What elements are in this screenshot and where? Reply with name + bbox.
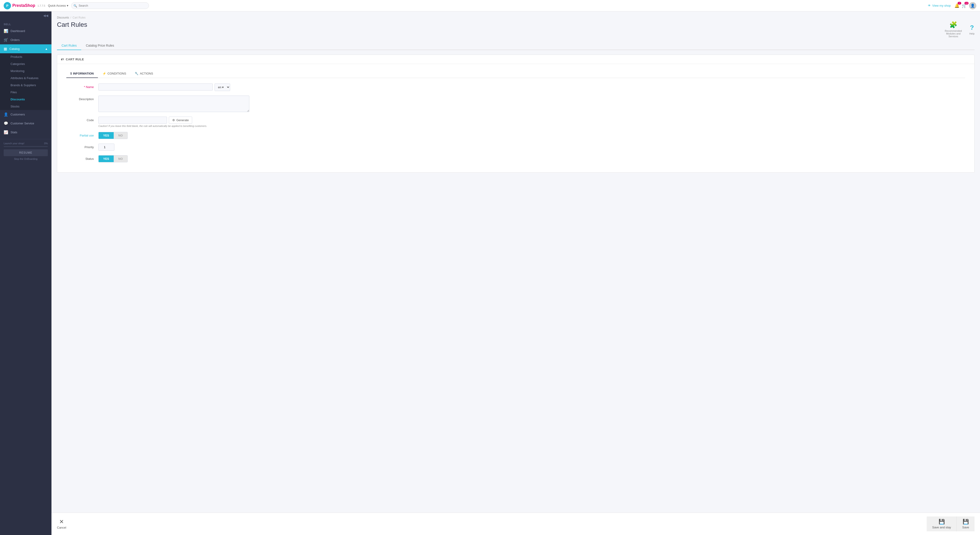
sidebar-item-catalog[interactable]: ▦ Catalog ▲ [0,44,51,53]
sidebar-item-orders[interactable]: 🛒 Orders [0,35,51,44]
dashboard-icon: 📊 [4,29,8,33]
actions-icon: 🔧 [135,72,138,75]
main-content: Discounts / Cart Rules Cart Rules 🧩 Reco… [51,11,980,535]
conditions-tab-label: CONDITIONS [108,72,126,75]
orders-icon: 🛒 [4,38,8,42]
sidebar-item-dashboard[interactable]: 📊 Dashboard [0,27,51,35]
eye-icon: 👁 [928,4,931,7]
sidebar-sub-item-discounts[interactable]: Discounts [0,96,51,103]
tab-catalog-price-rules[interactable]: Catalog Price Rules [81,41,119,50]
launch-shop-label: Launch your shop! [4,142,24,145]
save-stay-label: Save and stay [932,525,951,529]
cart-badge: 13 [964,2,969,5]
tag-icon: 🏷 [61,58,64,61]
search-container: 🔍 [71,2,149,9]
partial-use-toggle: YES NO [99,132,128,139]
sidebar-item-label: Orders [11,38,20,41]
inner-tab-information[interactable]: ℹ INFORMATION [66,70,98,78]
quick-access-button[interactable]: Quick Access ▾ [48,4,68,7]
card-header: 🏷 CART RULE [57,55,974,64]
notifications-button[interactable]: 🔔 7 [955,3,959,8]
sidebar-item-label: Customer Service [11,122,34,125]
page-header: Cart Rules 🧩 Recommended Modules and Ser… [57,21,975,38]
inner-tab-actions[interactable]: 🔧 ACTIONS [130,70,157,78]
stats-icon: 📈 [4,130,8,135]
partial-use-control-wrap: YES NO [99,132,965,139]
priority-input[interactable] [99,144,115,151]
save-icon: 💾 [963,519,969,525]
form-row-partial-use: Partial use YES NO [66,132,965,139]
breadcrumb-separator: / [70,16,71,19]
save-button[interactable]: 💾 Save [957,516,975,531]
help-button[interactable]: ? Help [969,24,975,35]
sidebar-sub-item-attributes[interactable]: Attributes & Features [0,75,51,82]
page-header-actions: 🧩 Recommended Modules and Services ? Hel… [942,21,975,38]
partial-use-yes-button[interactable]: YES [99,132,114,139]
sidebar-sub-item-monitoring[interactable]: Monitoring [0,67,51,75]
status-yes-button[interactable]: YES [99,156,114,162]
catalog-label: Catalog [10,47,20,51]
progress-percent: 0% [44,142,48,145]
cancel-button[interactable]: ✕ Cancel [57,519,66,529]
notification-badge: 7 [958,2,961,5]
name-lang-select[interactable]: en ▾ [215,83,230,91]
status-label: Status [66,155,99,160]
partial-use-no-button[interactable]: NO [114,132,127,139]
page-title: Cart Rules [57,21,87,29]
save-stay-icon: 💾 [939,519,945,525]
actions-tab-label: ACTIONS [140,72,153,75]
priority-control-wrap [99,144,965,151]
sidebar-item-customer-service[interactable]: 💬 Customer Service [0,119,51,128]
inner-tab-conditions[interactable]: ⚡ CONDITIONS [99,70,130,78]
bottom-bar: ✕ Cancel 💾 Save and stay 💾 Save [51,513,980,535]
sidebar-sub-item-stocks[interactable]: Stocks [0,103,51,110]
status-toggle: YES NO [99,155,128,162]
save-label: Save [962,525,969,529]
sidebar-collapse-button[interactable]: ◀◀ [0,11,51,20]
cart-button[interactable]: 🛒 13 [962,3,967,8]
sidebar-sub-item-files[interactable]: Files [0,89,51,96]
generate-button[interactable]: ⚙ Generate [169,117,192,124]
cancel-icon: ✕ [59,519,64,525]
description-textarea[interactable] [99,95,249,112]
view-my-shop-button[interactable]: 👁 View my shop [928,4,951,7]
customers-icon: 👤 [4,112,8,117]
card-title: CART RULE [66,58,84,61]
sidebar-sub-item-products[interactable]: Products [0,53,51,60]
name-input[interactable] [99,83,213,90]
search-input[interactable] [71,2,149,9]
breadcrumb-parent[interactable]: Discounts [57,16,69,19]
app-version: 1.7.7.5 [38,4,45,7]
sidebar-item-customers[interactable]: 👤 Customers [0,110,51,119]
form-row-priority: Priority [66,144,965,151]
sidebar-item-stats[interactable]: 📈 Stats [0,128,51,137]
resume-button[interactable]: RESUME [4,149,48,156]
stop-onboarding-button[interactable]: Stop the OnBoarding [4,157,48,160]
code-control-wrap: ⚙ Generate Caution! If you leave this fi… [99,117,965,127]
tab-cart-rules[interactable]: Cart Rules [57,41,81,50]
page-tabs: Cart Rules Catalog Price Rules [57,41,975,50]
logo: P PrestaShop 1.7.7.5 [4,2,45,10]
sidebar-sub-item-brands[interactable]: Brands & Suppliers [0,82,51,89]
status-no-button[interactable]: NO [114,156,127,162]
sidebar: ◀◀ SELL 📊 Dashboard 🛒 Orders ▦ Catalog ▲… [0,11,51,535]
conditions-icon: ⚡ [102,72,106,75]
help-label: Help [969,32,975,35]
info-tab-label: INFORMATION [73,72,94,75]
breadcrumb-current: Cart Rules [73,16,86,19]
catalog-icon: ▦ [4,47,7,51]
notification-icons: 🔔 7 🛒 13 👤 [955,2,976,10]
progress-bar-track [4,146,48,147]
status-control-wrap: YES NO [99,155,965,162]
logo-icon: P [4,2,11,10]
save-and-stay-button[interactable]: 💾 Save and stay [927,516,957,531]
form-row-code: Code ⚙ Generate Caution! If you leave th… [66,117,965,127]
save-buttons: 💾 Save and stay 💾 Save [927,516,975,531]
sidebar-sub-item-categories[interactable]: Categories [0,60,51,67]
recommended-modules-button[interactable]: 🧩 Recommended Modules and Services [942,21,965,38]
priority-label: Priority [66,144,99,149]
refresh-icon: ⚙ [172,118,175,122]
description-label: Description [66,95,99,101]
code-input[interactable] [99,117,167,124]
user-avatar[interactable]: 👤 [969,2,976,10]
